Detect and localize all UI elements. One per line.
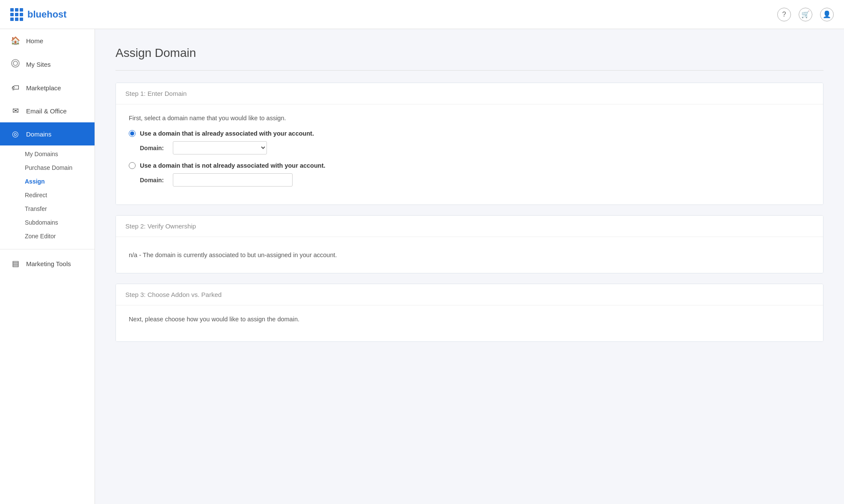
domain-label-2: Domain: — [140, 177, 168, 184]
domain-select[interactable] — [173, 141, 267, 154]
marketplace-icon: 🏷 — [11, 83, 20, 92]
sidebar-item-domains[interactable]: ◎ Domains — [0, 122, 95, 145]
subnav-transfer[interactable]: Transfer — [0, 202, 95, 216]
domains-icon: ◎ — [11, 129, 20, 139]
brand-name: bluehost — [27, 9, 67, 20]
step2-card: Step 2: Verify Ownership n/a - The domai… — [115, 215, 823, 273]
sidebar-label-marketing: Marketing Tools — [26, 260, 71, 267]
email-icon: ✉ — [11, 106, 20, 116]
domain-text-input[interactable] — [173, 173, 293, 187]
radio-option-not-associated: Use a domain that is not already associa… — [129, 162, 810, 187]
mysites-icon — [11, 59, 20, 70]
radio-label-not-associated[interactable]: Use a domain that is not already associa… — [129, 162, 810, 169]
sidebar-item-mysites[interactable]: My Sites — [0, 52, 95, 77]
radio-not-associated[interactable] — [129, 162, 136, 169]
user-icon[interactable]: 👤 — [820, 8, 834, 21]
step3-card: Step 3: Choose Addon vs. Parked Next, pl… — [115, 284, 823, 342]
page-divider — [115, 70, 823, 71]
step1-description: First, select a domain name that you wou… — [129, 115, 810, 122]
svg-point-1 — [13, 61, 18, 65]
app-header: bluehost ? 🛒 👤 — [0, 0, 844, 29]
radio-label-associated[interactable]: Use a domain that is already associated … — [129, 130, 810, 137]
domain-row-not-associated: Domain: — [129, 173, 810, 187]
step3-header: Step 3: Choose Addon vs. Parked — [116, 284, 823, 305]
marketing-icon: ▤ — [11, 259, 20, 268]
cart-icon[interactable]: 🛒 — [799, 8, 812, 21]
sidebar-label-domains: Domains — [26, 130, 51, 138]
brand-logo: bluehost — [10, 8, 67, 21]
domains-subnav: My Domains Purchase Domain Assign Redire… — [0, 145, 95, 246]
sidebar-item-home[interactable]: 🏠 Home — [0, 29, 95, 52]
radio-option-associated: Use a domain that is already associated … — [129, 130, 810, 154]
radio-associated[interactable] — [129, 130, 136, 137]
sidebar-label-mysites: My Sites — [26, 61, 51, 68]
step2-na-text: n/a - The domain is currently associated… — [129, 247, 810, 263]
domain-row-associated: Domain: — [129, 141, 810, 154]
step1-body: First, select a domain name that you wou… — [116, 104, 823, 205]
svg-point-0 — [12, 59, 19, 67]
step3-description: Next, please choose how you would like t… — [129, 316, 810, 323]
step2-body: n/a - The domain is currently associated… — [116, 237, 823, 273]
step2-header: Step 2: Verify Ownership — [116, 216, 823, 237]
header-actions: ? 🛒 👤 — [777, 8, 834, 21]
sidebar-label-home: Home — [26, 37, 43, 44]
domain-label-1: Domain: — [140, 145, 168, 151]
home-icon: 🏠 — [11, 36, 20, 45]
logo-grid-icon — [10, 8, 23, 21]
subnav-zone-editor[interactable]: Zone Editor — [0, 229, 95, 243]
step1-header: Step 1: Enter Domain — [116, 83, 823, 104]
sidebar-label-marketplace: Marketplace — [26, 84, 61, 92]
subnav-redirect[interactable]: Redirect — [0, 188, 95, 202]
sidebar-label-email: Email & Office — [26, 107, 67, 115]
subnav-subdomains[interactable]: Subdomains — [0, 216, 95, 229]
sidebar-divider — [0, 249, 95, 249]
sidebar: 🏠 Home My Sites 🏷 Marketplace ✉ Email & … — [0, 29, 95, 504]
help-icon[interactable]: ? — [777, 8, 791, 21]
subnav-assign[interactable]: Assign — [0, 175, 95, 188]
main-layout: 🏠 Home My Sites 🏷 Marketplace ✉ Email & … — [0, 29, 844, 504]
sidebar-item-marketing-tools[interactable]: ▤ Marketing Tools — [0, 252, 95, 275]
step1-card: Step 1: Enter Domain First, select a dom… — [115, 83, 823, 205]
subnav-purchase-domain[interactable]: Purchase Domain — [0, 161, 95, 175]
radio-associated-text: Use a domain that is already associated … — [140, 130, 314, 137]
step3-body: Next, please choose how you would like t… — [116, 305, 823, 341]
page-title: Assign Domain — [115, 46, 823, 60]
radio-not-associated-text: Use a domain that is not already associa… — [140, 162, 326, 169]
subnav-my-domains[interactable]: My Domains — [0, 147, 95, 161]
sidebar-item-email-office[interactable]: ✉ Email & Office — [0, 99, 95, 122]
main-content: Assign Domain Step 1: Enter Domain First… — [95, 29, 844, 504]
sidebar-item-marketplace[interactable]: 🏷 Marketplace — [0, 77, 95, 99]
